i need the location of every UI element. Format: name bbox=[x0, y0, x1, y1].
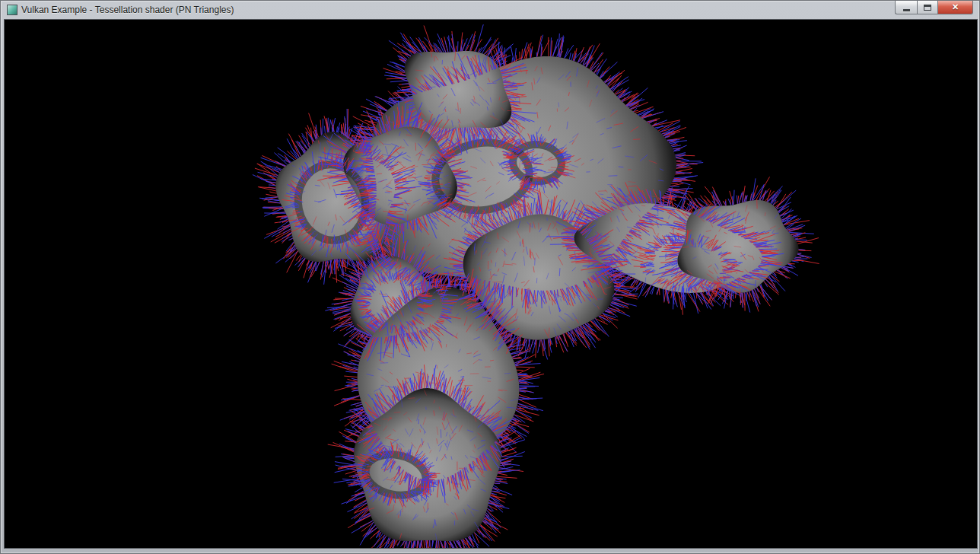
maximize-icon bbox=[924, 5, 931, 11]
close-icon: ✕ bbox=[952, 3, 959, 11]
title-bar[interactable]: Vulkan Example - Tessellation shader (PN… bbox=[4, 1, 976, 19]
minimize-icon bbox=[903, 9, 910, 11]
maximize-button[interactable] bbox=[917, 1, 938, 14]
minimize-button[interactable] bbox=[895, 1, 917, 14]
render-viewport[interactable] bbox=[4, 19, 978, 549]
tessellation-render-canvas[interactable] bbox=[5, 20, 977, 548]
window-title: Vulkan Example - Tessellation shader (PN… bbox=[21, 5, 234, 15]
app-icon bbox=[7, 5, 18, 15]
window-controls: ✕ bbox=[895, 1, 973, 14]
app-window: Vulkan Example - Tessellation shader (PN… bbox=[0, 0, 980, 554]
close-button[interactable]: ✕ bbox=[938, 1, 973, 14]
